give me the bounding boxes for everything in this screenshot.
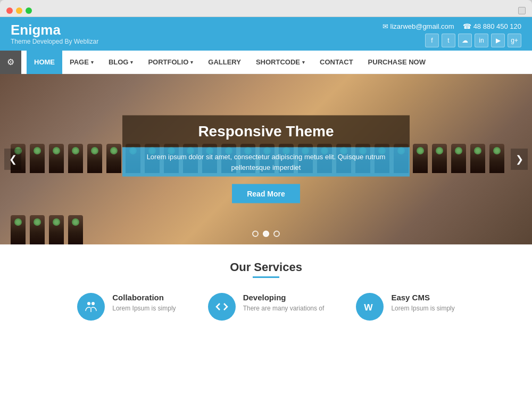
social-youtube[interactable]: ▶ (491, 34, 505, 47)
settings-button[interactable]: ⚙ (0, 51, 21, 74)
cms-icon: W (356, 293, 384, 321)
social-icons: f t ☁ in ▶ g+ (383, 34, 522, 47)
knob (68, 144, 83, 173)
services-underline (253, 276, 279, 278)
nav-portfolio[interactable]: PORTFOLIO ▾ (140, 51, 201, 74)
services-grid: Collaboration Lorem Ipsum is simply Deve… (21, 293, 511, 321)
collaboration-info: Collaboration Lorem Ipsum is simply (112, 293, 176, 313)
hero-next-button[interactable]: ❯ (511, 149, 528, 170)
email-address: lizarweb@gmail.com (390, 22, 454, 30)
knob (432, 144, 447, 173)
knob (106, 144, 121, 173)
cms-desc: Lorem Ipsum is simply (391, 304, 454, 313)
site-branding: Enigma Theme Developed By Weblizar (11, 22, 98, 45)
email-info: ✉ lizarweb@gmail.com (383, 22, 454, 30)
hero-content: Responsive Theme Lorem ipsum dolor sit a… (122, 116, 410, 203)
browser-dot-red[interactable] (6, 7, 13, 14)
nav-blog[interactable]: BLOG ▾ (101, 51, 141, 74)
header-top: Enigma Theme Developed By Weblizar ✉ liz… (0, 17, 532, 51)
nav-purchase[interactable]: PURCHASE NOW (361, 51, 433, 74)
social-facebook[interactable]: f (425, 34, 439, 47)
nav-contact[interactable]: CONTACT (312, 51, 361, 74)
nav-home[interactable]: HOME (27, 51, 62, 74)
social-google[interactable]: g+ (508, 34, 521, 47)
knob (30, 215, 45, 244)
hero-slider: ❮ ❯ Responsive Theme Lorem ipsum dolor s… (0, 74, 532, 244)
svg-point-0 (87, 302, 90, 305)
hero-dot-2[interactable] (263, 231, 269, 237)
hero-dots (252, 231, 280, 237)
collaboration-name: Collaboration (112, 293, 176, 302)
developing-name: Developing (243, 293, 325, 302)
social-cloud[interactable]: ☁ (458, 34, 472, 47)
nav-page[interactable]: PAGE ▾ (62, 51, 101, 74)
service-developing: Developing There are many variations of (208, 293, 325, 321)
cms-name: Easy CMS (391, 293, 454, 302)
phone-number: 48 880 450 120 (473, 22, 521, 30)
portfolio-arrow: ▾ (190, 60, 193, 65)
nav-gallery[interactable]: GALLERY (201, 51, 248, 74)
nav-shortcode[interactable]: SHORTCODE ▾ (248, 51, 312, 74)
site-title: Enigma (11, 22, 98, 38)
browser-dot-yellow[interactable] (16, 7, 22, 14)
knob (413, 144, 428, 173)
blog-arrow: ▾ (130, 60, 133, 65)
site-tagline: Theme Developed By Weblizar (11, 38, 98, 45)
hero-title-box: Responsive Theme (122, 116, 410, 148)
social-linkedin[interactable]: in (475, 34, 488, 47)
svg-point-1 (92, 302, 95, 305)
header-right: ✉ lizarweb@gmail.com ☎ 48 880 450 120 f … (383, 22, 522, 47)
services-section: Our Services Collaboration Lorem Ipsum i… (0, 244, 532, 331)
hero-prev-button[interactable]: ❮ (4, 149, 21, 170)
website: Enigma Theme Developed By Weblizar ✉ liz… (0, 17, 532, 393)
knob (489, 144, 504, 173)
nav-items: HOME PAGE ▾ BLOG ▾ PORTFOLIO ▾ GALLERY S… (21, 51, 433, 74)
knob (68, 215, 83, 244)
knob (49, 144, 64, 173)
hero-dot-1[interactable] (252, 231, 259, 237)
knob (11, 215, 26, 244)
shortcode-arrow: ▾ (302, 60, 305, 65)
browser-expand[interactable] (518, 7, 526, 14)
navbar: ⚙ HOME PAGE ▾ BLOG ▾ PORTFOLIO ▾ GALLERY… (0, 51, 532, 74)
knob (87, 144, 102, 173)
knob (49, 215, 64, 244)
developing-icon (208, 293, 236, 321)
contact-info: ✉ lizarweb@gmail.com ☎ 48 880 450 120 (383, 22, 522, 30)
page-arrow: ▾ (91, 60, 94, 65)
browser-chrome (0, 0, 532, 17)
collaboration-icon (77, 293, 105, 321)
knob (451, 144, 466, 173)
hero-dot-3[interactable] (273, 231, 280, 237)
service-collaboration: Collaboration Lorem Ipsum is simply (77, 293, 176, 321)
knob (470, 144, 485, 173)
social-twitter[interactable]: t (442, 34, 455, 47)
collaboration-desc: Lorem Ipsum is simply (112, 304, 176, 313)
gear-icon: ⚙ (7, 57, 14, 67)
hero-read-more-button[interactable]: Read More (232, 184, 300, 203)
hero-title: Responsive Theme (138, 123, 394, 140)
services-title: Our Services (21, 260, 511, 274)
developing-desc: There are many variations of (243, 304, 325, 313)
cms-info: Easy CMS Lorem Ipsum is simply (391, 293, 454, 313)
svg-text:W: W (364, 302, 373, 313)
phone-info: ☎ 48 880 450 120 (463, 22, 521, 30)
service-cms: W Easy CMS Lorem Ipsum is simply (356, 293, 454, 321)
phone-icon: ☎ (463, 22, 471, 30)
hero-subtitle-box: Lorem ipsum dolor sit amet, consectetur … (122, 148, 410, 177)
knob (30, 144, 45, 173)
hero-subtitle: Lorem ipsum dolor sit amet, consectetur … (138, 152, 394, 173)
email-icon: ✉ (383, 22, 388, 30)
browser-dot-green[interactable] (26, 7, 32, 14)
developing-info: Developing There are many variations of (243, 293, 325, 313)
